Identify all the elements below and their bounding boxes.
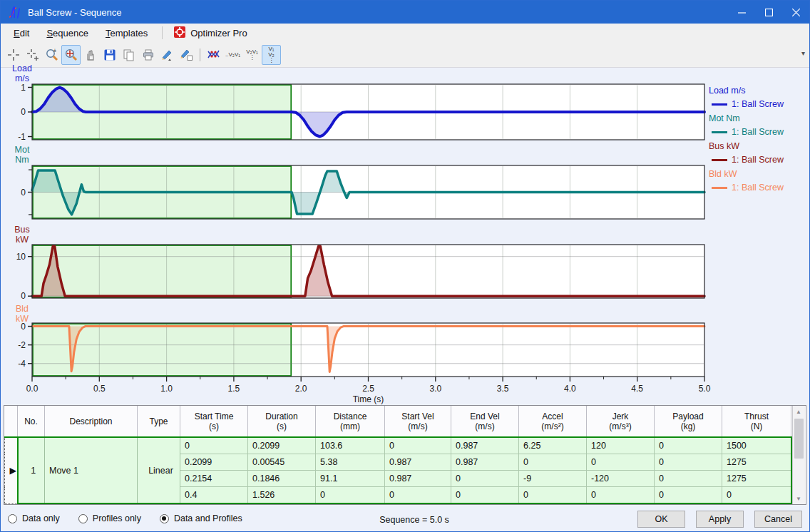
chart-bld[interactable]: 0-2-4 (1, 322, 706, 377)
svg-text:±: ± (53, 48, 56, 53)
cell-type[interactable]: Linear (138, 437, 180, 503)
cell-segment-value[interactable]: 0.00545 (248, 454, 316, 471)
column-header: Start Vel(m/s) (385, 406, 451, 437)
x-tick-label: 2.0 (295, 384, 307, 394)
window: Ball Screw - Sequence Edit Sequence Temp… (0, 0, 810, 532)
minimize-button[interactable] (728, 1, 755, 24)
save-icon[interactable] (100, 45, 119, 65)
chart-bus[interactable]: 100 (1, 244, 706, 299)
cell-segment-value[interactable]: 0 (451, 487, 519, 504)
cell-segment-value[interactable]: 0.4 (180, 487, 248, 504)
chart-load[interactable]: 10-1 (1, 83, 706, 140)
menu-sequence[interactable]: Sequence (38, 26, 97, 41)
cell-segment-value[interactable]: -120 (587, 471, 655, 487)
zoom-in-out-icon[interactable]: ± (42, 45, 61, 65)
legend-group-label: Bld kW (709, 170, 810, 179)
pan-hand-icon[interactable] (81, 45, 100, 65)
axis-label-bus: BuskW (8, 225, 36, 245)
cell-segment-value[interactable]: 1.526 (248, 487, 316, 504)
cell-segment-value[interactable]: 0 (655, 471, 722, 487)
cell-segment-value[interactable]: 0 (519, 487, 587, 504)
cell-segment-value[interactable]: 0.987 (451, 454, 519, 471)
ok-button[interactable]: OK (637, 511, 685, 528)
radio-data-only[interactable]: Data only (8, 513, 60, 523)
chart-legend: Load m/s1: Ball ScrewMot Nm1: Ball Screw… (709, 86, 810, 198)
optimizer-pro-icon (174, 26, 185, 40)
cell-segment-value[interactable]: 6.25 (519, 437, 587, 454)
cell-segment-value[interactable]: 0.987 (385, 471, 451, 487)
cell-segment-value[interactable]: 1500 (722, 437, 791, 454)
cell-segment-value[interactable]: 0 (655, 454, 722, 471)
cell-segment-value[interactable]: 0 (587, 487, 655, 504)
edit-pencil-note-icon[interactable] (177, 45, 196, 65)
sequence-table: No.DescriptionTypeStart Time(s)Duration(… (4, 406, 792, 504)
cell-segment-value[interactable]: 0 (519, 454, 587, 471)
crosshair-cursor-icon[interactable] (4, 45, 23, 65)
menu-optimizer-pro[interactable]: Optimizer Pro (168, 25, 252, 41)
cell-segment-value[interactable]: 5.38 (316, 454, 385, 471)
cell-segment-value[interactable]: 0 (385, 487, 451, 504)
cell-segment-value[interactable]: 1275 (722, 454, 791, 471)
cell-segment-value[interactable]: 0 (180, 437, 248, 454)
scroll-up-arrow[interactable]: ▲ (793, 406, 805, 417)
menu-templates[interactable]: Templates (97, 26, 156, 41)
legend-group-label: Mot Nm (709, 114, 810, 123)
cell-segment-value[interactable]: 103.6 (316, 437, 385, 454)
chart-mot[interactable]: 0 (1, 165, 706, 220)
cell-description[interactable]: Move 1 (45, 437, 138, 503)
table-scrollbar[interactable]: ▲ ▼ (792, 406, 805, 504)
trace-overlay-icon[interactable] (204, 45, 223, 65)
row-selector-marker[interactable]: ▶ (5, 437, 18, 503)
legend-item: 1: Ball Screw (712, 128, 810, 137)
cell-segment-value[interactable]: -9 (519, 471, 587, 487)
cell-segment-value[interactable]: 0 (722, 487, 791, 504)
legend-item: 1: Ball Screw (712, 183, 810, 193)
cell-segment-value[interactable]: 0 (451, 471, 519, 487)
column-header: End Vel(m/s) (451, 406, 519, 437)
cell-segment-value[interactable]: 0 (655, 437, 722, 454)
cell-segment-value[interactable]: 0.2154 (180, 471, 248, 487)
cell-segment-value[interactable]: 0 (316, 487, 385, 504)
column-header: Description (45, 406, 138, 437)
cell-segment-value[interactable]: 91.1 (316, 471, 385, 487)
sequence-duration-status: Sequence = 5.0 s (336, 515, 493, 525)
y-tick-label: 0 (21, 291, 26, 299)
radio-profiles-only[interactable]: Profiles only (78, 513, 141, 523)
cell-segment-value[interactable]: 120 (587, 437, 655, 454)
cell-segment-value[interactable]: 0.987 (385, 454, 451, 471)
radio-data-and-profiles[interactable]: Data and Profiles (160, 513, 242, 523)
trace-values-inline-icon[interactable]: ..V₂V₁ (223, 45, 242, 65)
x-tick-label: 0.0 (26, 384, 39, 394)
cell-no[interactable]: 1 (18, 437, 45, 503)
cancel-button[interactable]: Cancel (754, 511, 802, 528)
zoom-extents-icon[interactable] (61, 45, 81, 65)
y-tick-label: 1 (21, 83, 26, 92)
maximize-button[interactable] (755, 1, 782, 24)
copy-icon[interactable] (119, 45, 138, 65)
cell-segment-value[interactable]: 0.1846 (248, 471, 316, 487)
y-tick-label: -2 (18, 340, 26, 350)
close-button[interactable] (782, 1, 809, 24)
time-axis: 0.00.51.01.52.02.53.03.54.04.55.0Time (s… (1, 377, 714, 405)
footer-bar: Data only Profiles only Data and Profile… (1, 507, 809, 532)
cell-segment-value[interactable]: 0 (587, 454, 655, 471)
column-header: Jerk(m/s³) (587, 406, 655, 437)
x-tick-label: 5.0 (699, 384, 711, 394)
cell-segment-value[interactable]: 0 (655, 487, 722, 504)
cell-segment-value[interactable]: 0.2099 (248, 437, 316, 454)
cell-segment-value[interactable]: 0.987 (451, 437, 519, 454)
print-icon[interactable] (138, 45, 158, 65)
edit-pencil-icon[interactable] (158, 45, 177, 65)
menu-edit[interactable]: Edit (5, 26, 38, 41)
toolbar-overflow-chevron[interactable]: ▾ (801, 49, 805, 57)
cell-segment-value[interactable]: 0 (385, 437, 451, 454)
trace-values-per-axis-icon[interactable]: V₁V₂⋮ (262, 45, 281, 65)
toolbar: ± ..V₂V₁ V₂V₁⋮ V₁V₂⋮ ▾ (1, 42, 809, 68)
trace-values-stacked-icon[interactable]: V₂V₁⋮ (242, 45, 262, 65)
cell-segment-value[interactable]: 0.2099 (180, 454, 248, 471)
cell-segment-value[interactable]: 1275 (722, 471, 791, 487)
scroll-thumb[interactable] (794, 419, 804, 459)
apply-button[interactable]: Apply (696, 511, 744, 528)
crosshair-add-cursor-icon[interactable] (23, 45, 42, 65)
scroll-down-arrow[interactable]: ▼ (793, 493, 805, 504)
